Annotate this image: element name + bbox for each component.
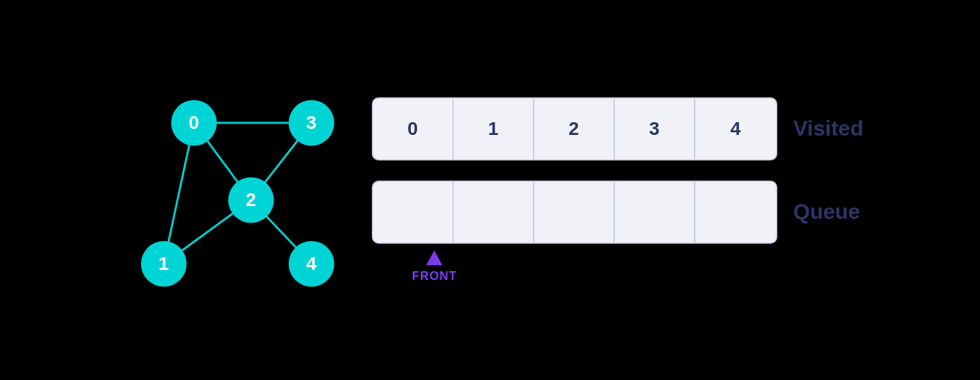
queue-label: Queue <box>793 199 861 224</box>
front-label: FRONT <box>412 269 457 283</box>
visited-array: 0 1 2 3 4 <box>372 97 777 160</box>
queue-cell-2 <box>534 182 615 242</box>
front-area: FRONT <box>412 250 457 283</box>
node-4: 4 <box>289 241 334 287</box>
node-3: 3 <box>289 100 334 146</box>
visited-cell-3: 3 <box>615 99 695 159</box>
front-arrow-icon <box>426 250 442 265</box>
queue-row: Queue <box>372 181 861 244</box>
visited-cell-0: 0 <box>373 99 454 159</box>
visited-row: 0 1 2 3 4 Visited <box>372 97 863 160</box>
queue-cell-0 <box>373 182 454 242</box>
queue-cell-3 <box>615 182 695 242</box>
queue-wrapper: Queue FRONT <box>372 181 861 283</box>
queue-array <box>372 181 777 244</box>
visited-label: Visited <box>793 116 863 141</box>
main-container: 0 1 2 3 4 0 1 2 3 4 Visited <box>90 36 890 344</box>
node-0: 0 <box>171 100 217 146</box>
front-wrapper: FRONT <box>372 244 457 283</box>
graph-area: 0 1 2 3 4 <box>117 62 332 318</box>
visited-cell-2: 2 <box>534 99 615 159</box>
node-2: 2 <box>228 177 274 223</box>
visited-cell-1: 1 <box>454 99 534 159</box>
node-1: 1 <box>141 241 187 287</box>
queue-cell-4 <box>695 182 776 242</box>
queue-cell-1 <box>454 182 534 242</box>
right-panel: 0 1 2 3 4 Visited Queue <box>372 97 863 283</box>
visited-cell-4: 4 <box>695 99 776 159</box>
